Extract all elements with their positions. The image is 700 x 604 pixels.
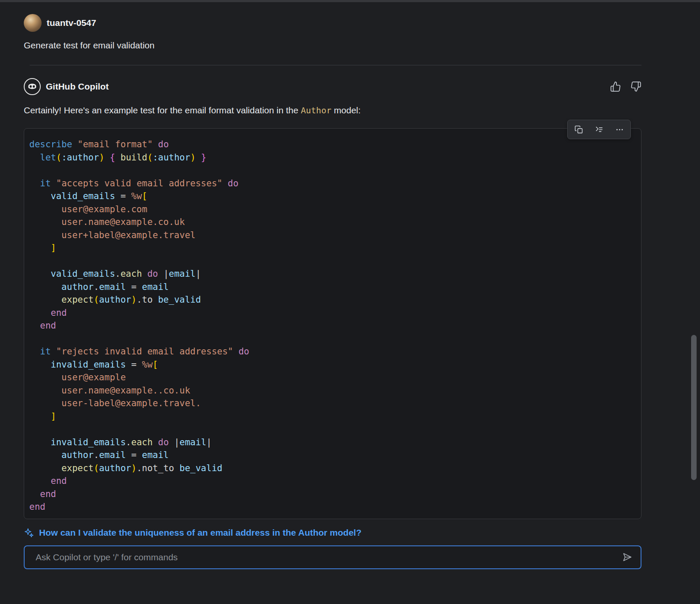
user-message: tuantv-0547 Generate test for email vali… xyxy=(24,14,641,51)
chat-input-container xyxy=(24,545,641,569)
code-line: end xyxy=(29,500,633,514)
assistant-name: GitHub Copilot xyxy=(46,81,109,92)
code-line: expect(author).not_to be_valid xyxy=(29,462,633,475)
send-icon xyxy=(622,551,633,563)
username: tuantv-0547 xyxy=(47,18,96,28)
code-line: describe "email format" do xyxy=(29,138,633,151)
inline-code-author: Author xyxy=(301,105,331,115)
code-toolbar xyxy=(567,120,631,139)
code-line xyxy=(29,332,633,346)
code-line: user+label@example.travel xyxy=(29,229,633,242)
insert-icon xyxy=(595,125,604,134)
user-avatar xyxy=(24,14,42,32)
code-line: ] xyxy=(29,410,633,423)
code-line xyxy=(29,423,633,436)
code-block: describe "email format" do let(:author) … xyxy=(24,128,641,519)
code-content: describe "email format" do let(:author) … xyxy=(24,129,641,519)
followup-suggestion[interactable]: How can I validate the uniqueness of an … xyxy=(24,528,641,538)
code-line: valid_emails.each do |email| xyxy=(29,267,633,281)
code-line: expect(author).to be_valid xyxy=(29,293,633,306)
thumbs-up-button[interactable] xyxy=(610,81,621,92)
code-line: user@example xyxy=(29,371,633,384)
thumbs-up-icon xyxy=(610,81,621,92)
sparkle-icon xyxy=(24,528,34,538)
send-button[interactable] xyxy=(620,550,635,565)
intro-text-before: Certainly! Here's an example test for th… xyxy=(24,105,301,115)
code-line: ] xyxy=(29,242,633,255)
chat-input[interactable] xyxy=(35,552,620,563)
code-line xyxy=(29,164,633,177)
intro-text-after: model: xyxy=(331,105,361,115)
copilot-logo-icon xyxy=(24,78,41,95)
more-actions-button[interactable] xyxy=(610,121,629,138)
assistant-intro: Certainly! Here's an example test for th… xyxy=(24,105,641,115)
code-line: end xyxy=(29,306,633,320)
thumbs-down-button[interactable] xyxy=(630,81,641,92)
code-line: user.name@example.co.uk xyxy=(29,216,633,229)
code-line: valid_emails = %w[ xyxy=(29,190,633,203)
copy-button[interactable] xyxy=(569,121,588,138)
code-line: end xyxy=(29,488,633,501)
code-line: author.email = email xyxy=(29,449,633,462)
code-line xyxy=(29,255,633,268)
code-line: author.email = email xyxy=(29,281,633,294)
code-line: let(:author) { build(:author) } xyxy=(29,151,633,164)
message-divider xyxy=(30,65,641,65)
copilot-chat-panel: tuantv-0547 Generate test for email vali… xyxy=(0,0,700,604)
followup-label: How can I validate the uniqueness of an … xyxy=(39,528,361,538)
assistant-message: GitHub Copilot xyxy=(24,78,641,569)
panel-top-border xyxy=(0,0,700,2)
code-line: end xyxy=(29,475,633,488)
feedback-controls xyxy=(610,81,641,92)
code-line: user.name@example..co.uk xyxy=(29,384,633,397)
copy-icon xyxy=(574,125,583,134)
code-line: invalid_emails.each do |email| xyxy=(29,436,633,449)
code-line: end xyxy=(29,319,633,332)
insert-button[interactable] xyxy=(589,121,609,138)
code-line: user-label@example.travel. xyxy=(29,397,633,410)
code-line: it "rejects invalid email addresses" do xyxy=(29,345,633,358)
user-message-text: Generate test for email validation xyxy=(24,40,641,51)
thumbs-down-icon xyxy=(630,81,641,92)
more-actions-icon xyxy=(615,125,624,134)
code-line: it "accepts valid email addresses" do xyxy=(29,177,633,190)
scrollbar-thumb[interactable] xyxy=(691,335,697,480)
code-line: invalid_emails = %w[ xyxy=(29,358,633,371)
code-line: user@example.com xyxy=(29,203,633,216)
